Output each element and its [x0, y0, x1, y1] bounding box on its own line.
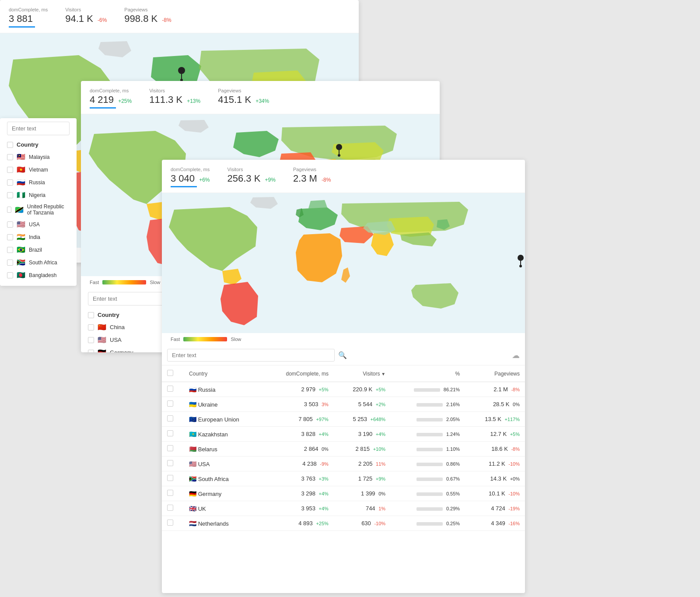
sidebar-country-name: USA [29, 221, 40, 228]
row-pct: 0.25% [391, 516, 465, 531]
country-checkbox[interactable] [88, 324, 94, 330]
row-domcomplete: 3 953 +4% [264, 501, 334, 516]
sidebar-country-item[interactable]: 🇲🇾Malaysia [0, 151, 77, 163]
cloud-icon-3[interactable]: ☁ [512, 351, 520, 360]
stat-value-pv-3: 2.3 M -8% [293, 173, 331, 184]
table-row[interactable]: 🇺🇸 USA 4 238 -9% 2 205 11% 0.86% 11.2 K … [162, 457, 525, 471]
sidebar-country-checkbox[interactable] [7, 179, 13, 186]
stats-header-1: domComplete, ms 3 881 Visitors 94.1 K -6… [0, 0, 359, 33]
pct-bar-container [416, 433, 443, 436]
col-country[interactable]: Country [184, 365, 264, 382]
world-map-3 [162, 193, 525, 333]
row-visitors: 1 725 +9% [334, 471, 391, 486]
col-domcomplete[interactable]: domComplete, ms [264, 365, 334, 382]
row-checkbox[interactable] [162, 501, 184, 516]
pct-bar-container [416, 522, 443, 526]
sidebar-country-checkbox[interactable] [7, 192, 13, 198]
sidebar-country-item[interactable]: 🇷🇺Russia [0, 176, 77, 189]
table-row[interactable]: 🇷🇺 Russia 2 979 +5% 220.9 K +5% 86.21% 2… [162, 382, 525, 397]
table-row[interactable]: 🇩🇪 Germany 3 298 +4% 1 399 0% 0.55% 10.1… [162, 486, 525, 501]
data-table-3: Country domComplete, ms Visitors % Pagev… [162, 365, 525, 531]
sidebar-country-checkbox[interactable] [7, 272, 13, 278]
row-checkbox[interactable] [162, 442, 184, 457]
row-domcomplete: 3 828 +4% [264, 427, 334, 442]
sidebar-country-name: Vietnam [29, 167, 48, 173]
row-domcomplete: 3 503 3% [264, 397, 334, 412]
table-row[interactable]: 🇧🇾 Belarus 2 864 0% 2 815 +10% 1.10% 18.… [162, 442, 525, 457]
row-checkbox[interactable] [162, 427, 184, 442]
stat-value-dc-3: 3 040 +6% [171, 173, 210, 184]
row-domcomplete: 3 763 +3% [264, 471, 334, 486]
col-pageviews[interactable]: Pageviews [465, 365, 525, 382]
row-checkbox[interactable] [162, 412, 184, 427]
sidebar-select-all[interactable] [7, 142, 13, 148]
row-pct: 0.67% [391, 471, 465, 486]
row-domcomplete: 4 238 -9% [264, 457, 334, 471]
row-visitors: 2 205 11% [334, 457, 391, 471]
sidebar-country-item[interactable]: 🇻🇳Vietnam [0, 163, 77, 176]
data-table-container[interactable]: Country domComplete, ms Visitors % Pagev… [162, 365, 525, 531]
row-pageviews: 11.2 K -10% [465, 457, 525, 471]
row-country: 🇰🇿 Kazakhstan [184, 427, 264, 442]
pct-bar-container [416, 478, 443, 481]
sidebar-country-item[interactable]: 🇺🇸USA [0, 218, 77, 231]
country-flag: 🇨🇳 [98, 323, 106, 331]
stat-value-v-2: 111.3 K +13% [149, 94, 200, 105]
sidebar-country-name: Bangladesh [29, 272, 56, 278]
stat-label-pageviews-1: Pageviews [124, 7, 171, 12]
table-row[interactable]: 🇪🇺 European Union 7 805 +97% 5 253 +648%… [162, 412, 525, 427]
table-row[interactable]: 🇺🇦 Ukraine 3 503 3% 5 544 +2% 2.16% 28.5… [162, 397, 525, 412]
row-pageviews: 4 349 -16% [465, 516, 525, 531]
sidebar-country-checkbox[interactable] [7, 234, 13, 240]
stat-domcomplete-3: domComplete, ms 3 040 +6% [171, 167, 210, 187]
row-pageviews: 2.1 M -8% [465, 382, 525, 397]
country-checkbox[interactable] [88, 350, 94, 353]
stat-underline-3 [171, 186, 197, 187]
stat-label-v-3: Visitors [228, 167, 276, 172]
sidebar-country-item[interactable]: 🇧🇩Bangladesh [0, 269, 77, 281]
sidebar-country-checkbox[interactable] [7, 154, 13, 160]
col-visitors[interactable]: Visitors [334, 365, 391, 382]
sidebar-search-input[interactable] [7, 122, 70, 135]
stat-pageviews-1: Pageviews 998.8 K -8% [124, 7, 171, 25]
row-checkbox[interactable] [162, 516, 184, 531]
table-row[interactable]: 🇬🇧 UK 3 953 +4% 744 1% 0.29% 4 724 -19% [162, 501, 525, 516]
col-pct[interactable]: % [391, 365, 465, 382]
country-flag: 🇩🇪 [98, 348, 106, 352]
row-visitors: 5 544 +2% [334, 397, 391, 412]
row-checkbox[interactable] [162, 471, 184, 486]
sidebar-country-checkbox[interactable] [7, 207, 11, 213]
sidebar-country-item[interactable]: 🇳🇬Nigeria [0, 189, 77, 201]
country-name: USA [110, 337, 122, 343]
stat-label-pv-2: Pageviews [218, 88, 269, 93]
row-checkbox[interactable] [162, 382, 184, 397]
row-visitors: 744 1% [334, 501, 391, 516]
table-row[interactable]: 🇿🇦 South Africa 3 763 +3% 1 725 +9% 0.67… [162, 471, 525, 486]
row-domcomplete: 3 298 +4% [264, 486, 334, 501]
sidebar-country-name: South Africa [29, 260, 57, 266]
row-domcomplete: 2 864 0% [264, 442, 334, 457]
sidebar-country-item[interactable]: 🇧🇷Brazil [0, 243, 77, 256]
pct-bar-container [414, 388, 440, 392]
sidebar-country-checkbox[interactable] [7, 221, 13, 228]
sidebar-country-item[interactable]: 🇹🇿United Republic of Tanzania [0, 201, 77, 218]
table-search-input-3[interactable] [167, 349, 335, 362]
sidebar-country-flag: 🇻🇳 [17, 165, 25, 174]
country-checkbox[interactable] [88, 337, 94, 343]
select-all-checkbox-2[interactable] [88, 312, 94, 318]
sidebar-country-checkbox[interactable] [7, 260, 13, 266]
sidebar-search-box[interactable] [7, 122, 70, 135]
sidebar-country-item[interactable]: 🇿🇦South Africa [0, 256, 77, 269]
table-row[interactable]: 🇰🇿 Kazakhstan 3 828 +4% 3 190 +4% 1.24% … [162, 427, 525, 442]
row-country: 🇺🇸 USA [184, 457, 264, 471]
row-pageviews: 18.6 K -8% [465, 442, 525, 457]
col-checkbox[interactable] [162, 365, 184, 382]
sidebar-country-checkbox[interactable] [7, 247, 13, 253]
row-checkbox[interactable] [162, 457, 184, 471]
row-checkbox[interactable] [162, 397, 184, 412]
sidebar-country-checkbox[interactable] [7, 167, 13, 173]
sidebar-country-item[interactable]: 🇮🇳India [0, 231, 77, 243]
row-pct: 1.10% [391, 442, 465, 457]
table-row[interactable]: 🇳🇱 Netherlands 4 893 +25% 630 -10% 0.25%… [162, 516, 525, 531]
row-checkbox[interactable] [162, 486, 184, 501]
